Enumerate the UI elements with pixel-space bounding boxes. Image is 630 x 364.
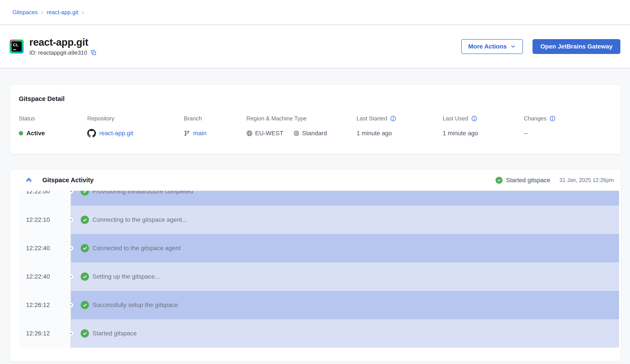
last-started-label: Last Started <box>356 115 387 122</box>
copy-icon[interactable] <box>91 50 96 56</box>
last-used-label: Last Used <box>443 115 468 122</box>
detail-last-started-column: Last Started 1 minute ago <box>356 115 443 138</box>
timeline-dot-icon <box>69 303 73 307</box>
status-value: Active <box>26 130 45 137</box>
check-circle-icon <box>81 244 89 252</box>
log-timestamp: 12:26:12 <box>19 319 71 348</box>
activity-status-time: 31 Jan, 2025 12:26pm <box>560 177 614 183</box>
changes-label: Changes <box>524 115 546 122</box>
detail-region-column: Region & Machine Type <box>246 115 356 138</box>
last-started-value: 1 minute ago <box>356 130 392 137</box>
detail-changes-column: Changes -- <box>524 115 612 138</box>
info-icon[interactable] <box>390 116 396 121</box>
activity-header: Gitspace Activity Started gitspace 31 Ja… <box>10 170 621 191</box>
branch-link[interactable]: main <box>193 130 206 137</box>
repository-link[interactable]: react-app.git <box>99 130 133 137</box>
activity-log[interactable]: 12:22:00 Provisioning infrastructure com… <box>19 191 619 349</box>
github-icon <box>87 129 96 138</box>
detail-status-column: Status Active <box>19 115 87 138</box>
open-jetbrains-gateway-button[interactable]: Open JetBrains Gateway <box>532 39 620 54</box>
page-header: CL react-app.git ID: reactappgit-a9e310 … <box>0 25 630 69</box>
chevron-up-icon <box>25 177 33 184</box>
page-content: Gitspace Detail Status Active Repository <box>0 69 630 362</box>
detail-branch-column: Branch main <box>184 115 246 138</box>
check-circle-icon <box>81 191 89 196</box>
check-circle-icon <box>81 329 89 338</box>
log-message: Setting up the gitspace... <box>92 273 160 280</box>
detail-card-title: Gitspace Detail <box>19 95 612 102</box>
page-title: react-app.git <box>29 37 96 47</box>
clion-icon: CL <box>10 39 24 53</box>
timeline-dot-icon <box>69 331 73 336</box>
status-active-dot-icon <box>19 131 23 135</box>
log-message: Started gitspace <box>92 330 136 337</box>
region-machine-label: Region & Machine Type <box>246 115 356 122</box>
gitspace-detail-card: Gitspace Detail Status Active Repository <box>10 84 621 154</box>
check-circle-icon <box>81 273 89 281</box>
git-branch-icon <box>184 130 190 136</box>
breadcrumb-separator-icon: › <box>82 9 84 16</box>
log-timestamp: 12:22:40 <box>19 234 71 262</box>
gitspace-id-label: ID: reactappgit-a9e310 <box>29 49 87 56</box>
last-used-value: 1 minute ago <box>443 130 478 137</box>
repository-label: Repository <box>87 115 184 122</box>
log-message: Successfully setup the gitspace <box>92 302 178 309</box>
log-timestamp: 12:22:40 <box>19 262 71 291</box>
chevron-down-icon <box>510 44 516 49</box>
log-timestamp: 12:26:12 <box>19 291 71 319</box>
log-timestamp: 12:22:00 <box>19 191 71 206</box>
check-circle-icon <box>81 216 89 224</box>
log-message: Connected to the gitspace agent <box>92 245 180 252</box>
changes-value: -- <box>524 130 528 137</box>
gitspace-activity-card: Gitspace Activity Started gitspace 31 Ja… <box>10 169 621 362</box>
info-icon[interactable] <box>471 116 477 121</box>
activity-log-row: 12:22:10 Connecting to the gitspace agen… <box>19 206 619 234</box>
log-timestamp: 12:22:10 <box>19 206 71 234</box>
branch-label: Branch <box>184 115 246 122</box>
breadcrumb-bar: Gitspaces › react-app.git › <box>0 0 630 25</box>
breadcrumb-link-gitspaces[interactable]: Gitspaces <box>12 9 38 16</box>
timeline-dot-icon <box>69 218 73 222</box>
info-icon[interactable] <box>550 116 556 121</box>
activity-title: Gitspace Activity <box>42 177 94 184</box>
breadcrumb-link-gitspace[interactable]: react-app.git <box>47 9 78 16</box>
timeline-dot-icon <box>69 274 73 279</box>
more-actions-button[interactable]: More Actions <box>461 39 523 54</box>
cpu-icon <box>293 130 300 136</box>
check-circle-icon <box>81 301 89 309</box>
activity-log-row: 12:22:40 Connected to the gitspace agent <box>19 234 619 262</box>
status-label: Status <box>19 115 87 122</box>
breadcrumb-separator-icon: › <box>41 9 43 16</box>
activity-log-row: 12:22:00 Provisioning infrastructure com… <box>19 191 619 206</box>
log-message: Provisioning infrastructure completed <box>92 191 193 195</box>
globe-icon <box>246 130 252 136</box>
activity-log-row: 12:26:12 Successfully setup the gitspace <box>19 291 619 319</box>
collapse-activity-button[interactable] <box>25 177 33 184</box>
detail-repository-column: Repository react-app.git <box>87 115 184 138</box>
activity-log-row: 12:22:40 Setting up the gitspace... <box>19 262 619 291</box>
log-message: Connecting to the gitspace agent... <box>92 216 187 223</box>
timeline-dot-icon <box>69 246 73 250</box>
activity-log-row: 12:26:12 Started gitspace <box>19 319 619 348</box>
check-circle-icon <box>496 177 502 184</box>
region-value: EU-WEST <box>255 130 283 137</box>
activity-status-label: Started gitspace <box>506 177 550 184</box>
detail-last-used-column: Last Used 1 minute ago <box>443 115 524 138</box>
machine-type-value: Standard <box>302 130 327 137</box>
